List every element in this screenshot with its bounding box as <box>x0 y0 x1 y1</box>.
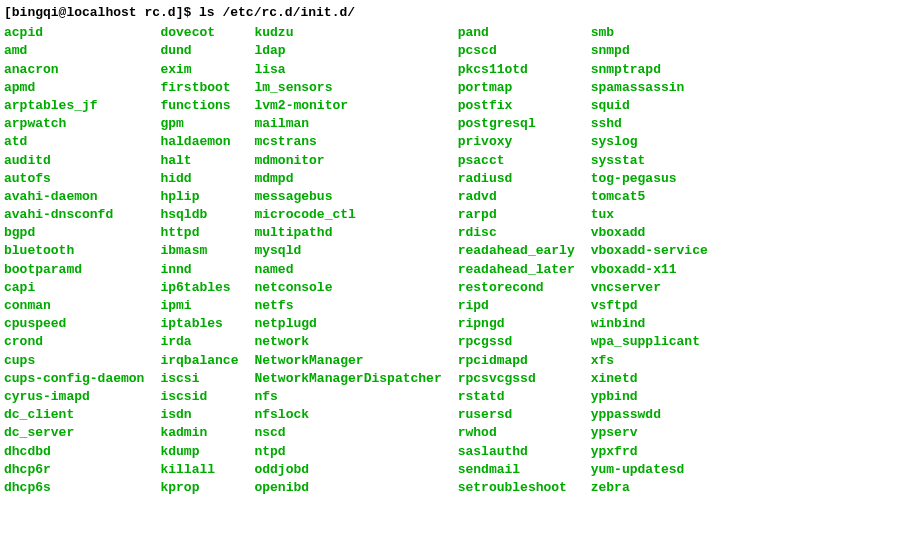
file-entry: cyrus-imapd <box>4 388 144 406</box>
file-entry: kprop <box>160 479 238 497</box>
file-entry: iptables <box>160 315 238 333</box>
file-entry: microcode_ctl <box>254 206 441 224</box>
file-entry: postfix <box>458 97 575 115</box>
file-entry: mysqld <box>254 242 441 260</box>
file-entry: autofs <box>4 170 144 188</box>
file-entry: vncserver <box>591 279 708 297</box>
file-entry: tomcat5 <box>591 188 708 206</box>
file-entry: kudzu <box>254 24 441 42</box>
file-entry: haldaemon <box>160 133 238 151</box>
file-entry: vboxadd <box>591 224 708 242</box>
file-entry: netfs <box>254 297 441 315</box>
file-entry: saslauthd <box>458 443 575 461</box>
file-entry: rpcsvcgssd <box>458 370 575 388</box>
file-entry: mdmpd <box>254 170 441 188</box>
file-entry: rusersd <box>458 406 575 424</box>
file-entry: tog-pegasus <box>591 170 708 188</box>
file-entry: dund <box>160 42 238 60</box>
file-entry: mcstrans <box>254 133 441 151</box>
file-entry: zebra <box>591 479 708 497</box>
file-entry: cups <box>4 352 144 370</box>
file-entry: ibmasm <box>160 242 238 260</box>
file-entry: vboxadd-x11 <box>591 261 708 279</box>
terminal-output: [bingqi@localhost rc.d]$ ls /etc/rc.d/in… <box>4 4 910 497</box>
file-entry: lisa <box>254 61 441 79</box>
file-entry: tux <box>591 206 708 224</box>
file-entry: rarpd <box>458 206 575 224</box>
file-entry: rstatd <box>458 388 575 406</box>
file-entry: irda <box>160 333 238 351</box>
file-entry: atd <box>4 133 144 151</box>
file-entry: oddjobd <box>254 461 441 479</box>
file-entry: auditd <box>4 152 144 170</box>
file-entry: xinetd <box>591 370 708 388</box>
file-entry: isdn <box>160 406 238 424</box>
file-entry: kadmin <box>160 424 238 442</box>
file-entry: innd <box>160 261 238 279</box>
shell-command: ls /etc/rc.d/init.d/ <box>199 5 355 20</box>
file-entry: postgresql <box>458 115 575 133</box>
file-entry: hsqldb <box>160 206 238 224</box>
file-entry: ypxfrd <box>591 443 708 461</box>
file-entry: hplip <box>160 188 238 206</box>
col-4: smbsnmpdsnmptrapdspamassassinsquidsshdsy… <box>591 24 708 497</box>
file-entry: snmptrapd <box>591 61 708 79</box>
file-entry: ripd <box>458 297 575 315</box>
file-entry: NetworkManager <box>254 352 441 370</box>
file-entry: dhcp6r <box>4 461 144 479</box>
file-entry: bootparamd <box>4 261 144 279</box>
file-entry: amd <box>4 42 144 60</box>
file-entry: crond <box>4 333 144 351</box>
file-entry: sysstat <box>591 152 708 170</box>
file-entry: ypserv <box>591 424 708 442</box>
file-entry: psacct <box>458 152 575 170</box>
file-entry: rpcidmapd <box>458 352 575 370</box>
file-entry: portmap <box>458 79 575 97</box>
file-entry: netplugd <box>254 315 441 333</box>
file-entry: ldap <box>254 42 441 60</box>
col-3: pandpcscdpkcs11otdportmappostfixpostgres… <box>458 24 591 497</box>
file-entry: cups-config-daemon <box>4 370 144 388</box>
prompt-line: [bingqi@localhost rc.d]$ ls /etc/rc.d/in… <box>4 4 910 22</box>
file-entry: nfslock <box>254 406 441 424</box>
file-entry: squid <box>591 97 708 115</box>
file-entry: firstboot <box>160 79 238 97</box>
file-entry: wpa_supplicant <box>591 333 708 351</box>
file-entry: dc_server <box>4 424 144 442</box>
file-entry: rwhod <box>458 424 575 442</box>
file-entry: iscsi <box>160 370 238 388</box>
file-entry: openibd <box>254 479 441 497</box>
file-entry: ipmi <box>160 297 238 315</box>
file-entry: nscd <box>254 424 441 442</box>
file-entry: arptables_jf <box>4 97 144 115</box>
col-1: dovecotdundeximfirstbootfunctionsgpmhald… <box>160 24 254 497</box>
file-entry: winbind <box>591 315 708 333</box>
file-entry: mailman <box>254 115 441 133</box>
file-entry: vsftpd <box>591 297 708 315</box>
file-entry: nfs <box>254 388 441 406</box>
file-entry: network <box>254 333 441 351</box>
file-entry: sendmail <box>458 461 575 479</box>
file-entry: avahi-daemon <box>4 188 144 206</box>
file-entry: sshd <box>591 115 708 133</box>
file-entry: mdmonitor <box>254 152 441 170</box>
file-entry: capi <box>4 279 144 297</box>
file-entry: lvm2-monitor <box>254 97 441 115</box>
file-entry: pcscd <box>458 42 575 60</box>
file-entry: privoxy <box>458 133 575 151</box>
ls-listing: acpidamdanacronapmdarptables_jfarpwatcha… <box>4 24 910 497</box>
file-entry: readahead_later <box>458 261 575 279</box>
file-entry: yum-updatesd <box>591 461 708 479</box>
file-entry: killall <box>160 461 238 479</box>
file-entry: readahead_early <box>458 242 575 260</box>
file-entry: halt <box>160 152 238 170</box>
file-entry: acpid <box>4 24 144 42</box>
file-entry: lm_sensors <box>254 79 441 97</box>
file-entry: functions <box>160 97 238 115</box>
col-2: kudzuldaplisalm_sensorslvm2-monitormailm… <box>254 24 457 497</box>
file-entry: exim <box>160 61 238 79</box>
file-entry: dc_client <box>4 406 144 424</box>
file-entry: setroubleshoot <box>458 479 575 497</box>
file-entry: yppasswdd <box>591 406 708 424</box>
file-entry: dhcdbd <box>4 443 144 461</box>
